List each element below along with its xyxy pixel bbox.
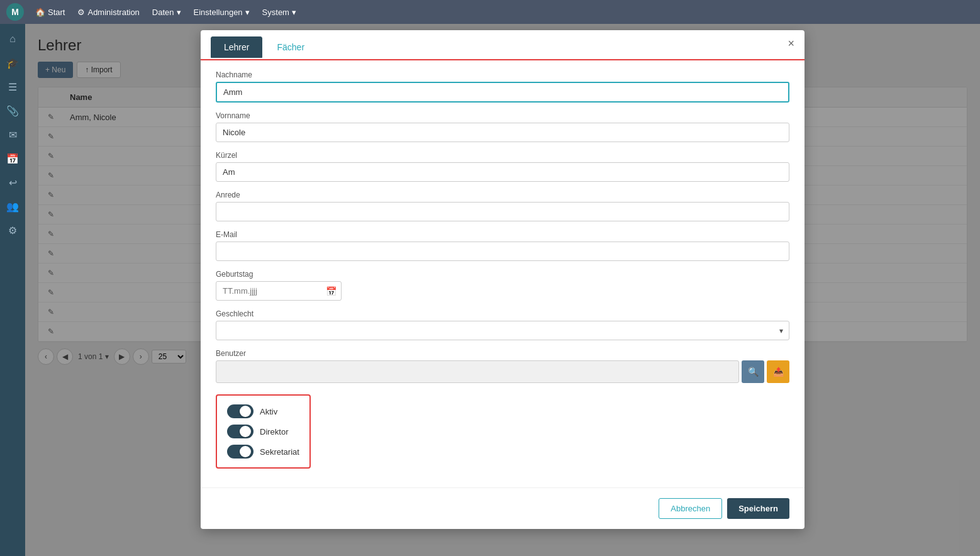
form-group-geburtstag: Geburtstag 📅 (216, 270, 789, 301)
toggle-sekretariat[interactable] (227, 445, 253, 459)
label-vorname: Vornname (216, 111, 789, 120)
modal-close-button[interactable]: × (788, 38, 794, 49)
chevron-down-icon: ▾ (177, 8, 181, 17)
save-button[interactable]: Speichern (727, 498, 789, 519)
input-vorname[interactable] (216, 123, 789, 142)
gear-icon: ⚙ (77, 8, 85, 17)
form-group-nachname: Nachname (216, 70, 789, 103)
sidebar-icon-users[interactable]: 👥 (3, 196, 23, 216)
input-nachname[interactable] (216, 82, 789, 103)
label-anrede: Anrede (216, 191, 789, 199)
label-kuerzel: Kürzel (216, 151, 789, 160)
chevron-down-icon: ▾ (292, 8, 296, 17)
toggle-thumb-sekretariat (240, 446, 251, 457)
nav-system[interactable]: System ▾ (257, 5, 301, 19)
label-nachname: Nachname (216, 70, 789, 79)
nav-daten[interactable]: Daten ▾ (147, 5, 186, 19)
label-geburtstag: Geburtstag (216, 270, 789, 279)
form-group-benutzer: Benutzer 🔍 📤 (216, 349, 789, 383)
sidebar-icon-calendar[interactable]: 📅 (3, 148, 23, 169)
toggle-thumb-direktor (240, 426, 251, 437)
date-wrapper: 📅 (216, 281, 342, 301)
form-group-anrede: Anrede (216, 191, 789, 221)
sidebar-icon-paperclip[interactable]: 📎 (3, 101, 23, 121)
label-email: E-Mail (216, 230, 789, 239)
select-wrapper-geschlecht: Männlich Weiblich Divers ▾ (216, 321, 789, 340)
modal: Lehrer Fächer × Nachname Vornname (201, 30, 805, 529)
select-geschlecht[interactable]: Männlich Weiblich Divers (216, 321, 789, 340)
label-sekretariat: Sekretariat (260, 447, 299, 457)
search-button[interactable]: 🔍 (742, 360, 764, 383)
toggle-row-sekretariat: Sekretariat (227, 445, 299, 459)
sidebar-icon-settings[interactable]: ⚙ (3, 220, 23, 240)
sidebar-icon-list[interactable]: ☰ (3, 77, 23, 97)
form-group-geschlecht: Geschlecht Männlich Weiblich Divers ▾ (216, 309, 789, 340)
sidebar-icon-mail[interactable]: ✉ (3, 125, 23, 145)
modal-tabs: Lehrer Fächer × (201, 30, 805, 58)
main-layout: ⌂ 🎓 ☰ 📎 ✉ 📅 ↩ 👥 ⚙ Lehrer + Neu ↑ Import … (0, 24, 980, 556)
modal-body: Nachname Vornname Kürzel (201, 58, 805, 481)
toggle-row-direktor: Direktor (227, 425, 299, 438)
label-benutzer: Benutzer (216, 349, 789, 358)
form-group-vorname: Vornname (216, 111, 789, 142)
label-direktor: Direktor (260, 427, 289, 436)
input-benutzer[interactable] (216, 360, 739, 383)
sidebar-icon-home[interactable]: ⌂ (3, 29, 23, 49)
modal-overlay: Lehrer Fächer × Nachname Vornname (25, 24, 980, 556)
sidebar-icon-return[interactable]: ↩ (3, 172, 23, 192)
nav-einstellungen[interactable]: Einstellungen ▾ (189, 5, 255, 19)
toggle-thumb-aktiv (240, 406, 251, 417)
home-icon: 🏠 (35, 8, 45, 17)
modal-footer: Abbrechen Speichern (201, 487, 805, 529)
toggle-section: Aktiv Direktor Sekretariat (216, 394, 311, 469)
nav-start[interactable]: 🏠 Start (30, 5, 70, 19)
upload-icon: 📤 (773, 367, 784, 377)
tab-faecher[interactable]: Fächer (264, 36, 318, 58)
chevron-down-icon: ▾ (245, 8, 250, 17)
label-aktiv: Aktiv (260, 407, 277, 416)
upload-button[interactable]: 📤 (767, 360, 789, 383)
topnav: M 🏠 Start ⚙ Administration Daten ▾ Einst… (0, 0, 980, 24)
nav-administration[interactable]: ⚙ Administration (72, 5, 144, 19)
sidebar-icon-graduation[interactable]: 🎓 (3, 53, 23, 73)
toggle-direktor[interactable] (227, 425, 253, 438)
search-icon: 🔍 (748, 367, 759, 377)
form-group-kuerzel: Kürzel (216, 151, 789, 182)
form-group-email: E-Mail (216, 230, 789, 261)
sidebar: ⌂ 🎓 ☰ 📎 ✉ 📅 ↩ 👥 ⚙ (0, 24, 25, 556)
label-geschlecht: Geschlecht (216, 309, 789, 318)
toggle-aktiv[interactable] (227, 404, 253, 418)
benutzer-row: 🔍 📤 (216, 360, 789, 383)
tab-lehrer[interactable]: Lehrer (211, 36, 262, 58)
input-kuerzel[interactable] (216, 162, 789, 182)
input-geburtstag[interactable] (216, 281, 342, 301)
input-email[interactable] (216, 242, 789, 261)
cancel-button[interactable]: Abbrechen (659, 498, 722, 519)
input-anrede[interactable] (216, 202, 789, 221)
toggle-row-aktiv: Aktiv (227, 404, 299, 418)
logo: M (6, 3, 24, 21)
content-area: Lehrer + Neu ↑ Import Name ✎ Amm (25, 24, 980, 556)
